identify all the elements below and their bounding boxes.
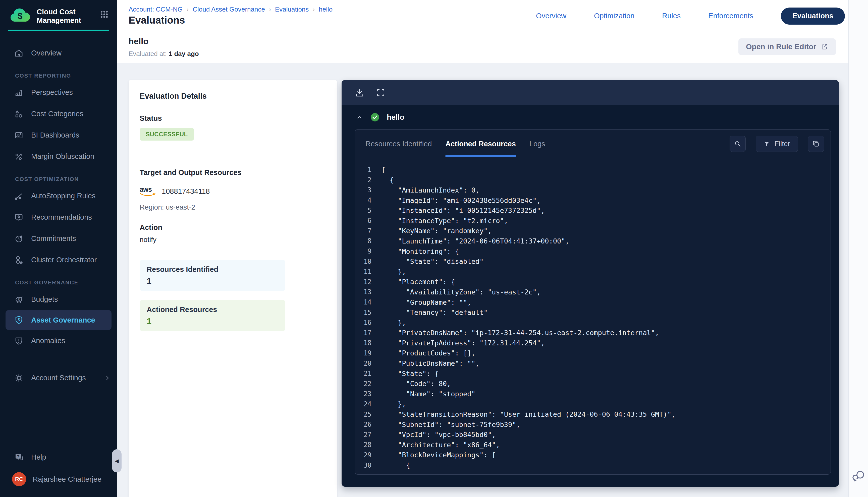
- line-number: 9: [355, 247, 372, 255]
- app-logo-row: $ Cloud Cost Management: [0, 0, 117, 25]
- code-line: 1 [: [355, 165, 830, 175]
- sidebar-item-recommendations[interactable]: Recommendations: [0, 207, 117, 228]
- sidebar-item-label: Overview: [31, 49, 61, 57]
- sidebar-divider: [0, 361, 117, 361]
- line-text: },: [381, 400, 406, 408]
- topbar: Account: CCM-NG › Cloud Asset Governance…: [117, 0, 849, 32]
- home-icon: [14, 48, 24, 58]
- filter-button[interactable]: Filter: [756, 136, 798, 152]
- breadcrumb-cloud-asset-governance[interactable]: Cloud Asset Governance: [193, 5, 265, 13]
- app-switcher-grid-icon[interactable]: [99, 9, 110, 19]
- shield-dollar-icon: $: [14, 315, 24, 325]
- line-number: 8: [355, 237, 372, 245]
- sidebar-item-margin-obfuscation[interactable]: Margin Obfuscation: [0, 146, 117, 167]
- section-cost-governance: COST GOVERNANCE: [0, 276, 117, 289]
- code-line: 27 "VpcId": "vpc-bb845bd0",: [355, 429, 830, 440]
- external-link-icon: [821, 43, 828, 51]
- tab-logs[interactable]: Logs: [530, 129, 545, 158]
- content-area: Evaluation Details Status SUCCESSFUL Tar…: [117, 63, 849, 497]
- sidebar: $ Cloud Cost Management Overview COST RE…: [0, 0, 117, 497]
- evaluation-result-row[interactable]: hello: [341, 105, 839, 129]
- viewer-controls: Filter: [730, 136, 824, 152]
- support-chat-button[interactable]: [852, 469, 865, 483]
- breadcrumb-current: hello: [319, 5, 333, 13]
- line-number: 4: [355, 197, 372, 204]
- result-name: hello: [387, 113, 404, 122]
- line-number: 3: [355, 186, 372, 194]
- sidebar-item-label: Recommendations: [31, 213, 92, 222]
- sidebar-item-anomalies[interactable]: Anomalies: [0, 330, 117, 351]
- user-profile[interactable]: RC Rajarshee Chatterjee: [0, 468, 117, 493]
- breadcrumb-account[interactable]: Account: CCM-NG: [129, 5, 183, 13]
- sidebar-item-help[interactable]: ? Help: [0, 446, 117, 468]
- aws-account-id: 108817434118: [162, 187, 210, 196]
- code-line: 20 "PublicDnsName": "",: [355, 358, 830, 368]
- line-number: 17: [355, 329, 372, 337]
- search-button[interactable]: [730, 136, 746, 152]
- collapse-arrow-icon: ◀: [115, 458, 118, 464]
- sidebar-item-label: Anomalies: [31, 337, 65, 345]
- sidebar-bottom: ? Help RC Rajarshee Chatterjee: [0, 428, 117, 497]
- gear-icon: [14, 373, 24, 383]
- recommendation-badge-icon: [14, 213, 24, 222]
- line-number: 14: [355, 298, 372, 306]
- tab-evaluations-active[interactable]: Evaluations: [781, 8, 845, 25]
- tab-optimization[interactable]: Optimization: [594, 12, 634, 20]
- sidebar-item-commitments[interactable]: Commitments: [0, 228, 117, 249]
- copy-button[interactable]: [808, 136, 824, 152]
- help-chat-icon: ?: [14, 453, 24, 462]
- line-text: "ProductCodes": [],: [381, 349, 475, 357]
- sidebar-item-perspectives[interactable]: Perspectives: [0, 82, 117, 103]
- breadcrumb-evaluations[interactable]: Evaluations: [275, 5, 309, 13]
- sidebar-nav: Overview COST REPORTING Perspectives Cos…: [0, 42, 117, 388]
- svg-text:$: $: [18, 297, 20, 301]
- line-text: "ImageId": "ami-002438e556dd03e4c",: [381, 197, 541, 204]
- target-resources-label: Target and Output Resources: [140, 168, 326, 177]
- code-line: 26 "SubnetId": "subnet-75fe9b39",: [355, 420, 830, 430]
- tab-enforcements[interactable]: Enforcements: [708, 12, 753, 20]
- sidebar-item-label: Account Settings: [31, 374, 86, 382]
- sidebar-item-bi-dashboards[interactable]: BI Dashboards: [0, 125, 117, 146]
- module-accent-rule: [8, 30, 109, 31]
- right-rail: [849, 0, 868, 497]
- line-number: 2: [355, 176, 372, 184]
- line-text: "Tenancy": "default": [381, 309, 488, 316]
- sidebar-item-overview[interactable]: Overview: [0, 42, 117, 64]
- line-text: "BlockDeviceMappings": [: [381, 451, 496, 459]
- sidebar-item-asset-governance[interactable]: $ Asset Governance: [5, 310, 112, 330]
- sidebar-item-autostopping-rules[interactable]: AutoStopping Rules: [0, 185, 117, 207]
- tab-overview[interactable]: Overview: [536, 12, 566, 20]
- line-number: 5: [355, 207, 372, 214]
- open-in-rule-editor-button[interactable]: Open in Rule Editor: [738, 39, 836, 55]
- sidebar-item-budgets[interactable]: $ Budgets: [0, 289, 117, 310]
- line-text: "State": "disabled": [381, 257, 484, 265]
- download-button[interactable]: [355, 88, 365, 98]
- search-icon: [734, 140, 741, 147]
- actioned-resources-value: 1: [147, 316, 278, 326]
- bar-chart-icon: [14, 88, 24, 97]
- fullscreen-button[interactable]: [376, 88, 386, 98]
- sidebar-item-label: Perspectives: [31, 88, 73, 97]
- line-number: 6: [355, 217, 372, 224]
- card-title: Evaluation Details: [140, 91, 326, 101]
- line-text: "SubnetId": "subnet-75fe9b39",: [381, 421, 520, 428]
- line-text: "Placement": {: [381, 278, 455, 286]
- code-line: 29 "BlockDeviceMappings": [: [355, 450, 830, 460]
- line-text: "AmiLaunchIndex": 0,: [381, 186, 479, 194]
- sidebar-item-cluster-orchestrator[interactable]: Cluster Orchestrator: [0, 249, 117, 271]
- line-text: "InstanceId": "i-00512145e7372325d",: [381, 207, 545, 214]
- sidebar-item-account-settings[interactable]: Account Settings: [0, 367, 117, 388]
- breadcrumb-separator: ›: [313, 6, 315, 13]
- chevron-up-icon[interactable]: [356, 113, 363, 121]
- code-line: 10 "State": "disabled": [355, 256, 830, 267]
- sidebar-item-cost-categories[interactable]: Cost Categories: [0, 103, 117, 125]
- tab-rules[interactable]: Rules: [662, 12, 681, 20]
- code-line: 6 "InstanceType": "t2.micro",: [355, 216, 830, 226]
- evaluated-at-label: Evaluated at:: [129, 50, 167, 57]
- line-text: "State": {: [381, 370, 439, 378]
- tab-resources-identified[interactable]: Resources Identified: [365, 129, 432, 158]
- sidebar-collapse-handle[interactable]: ◀: [112, 449, 122, 472]
- evaluated-at: Evaluated at:1 day ago: [129, 50, 199, 58]
- tab-actioned-resources[interactable]: Actioned Resources: [445, 129, 516, 158]
- json-code-view[interactable]: 1 [ 2 { 3 "AmiLaunchIndex": 0,: [355, 158, 830, 470]
